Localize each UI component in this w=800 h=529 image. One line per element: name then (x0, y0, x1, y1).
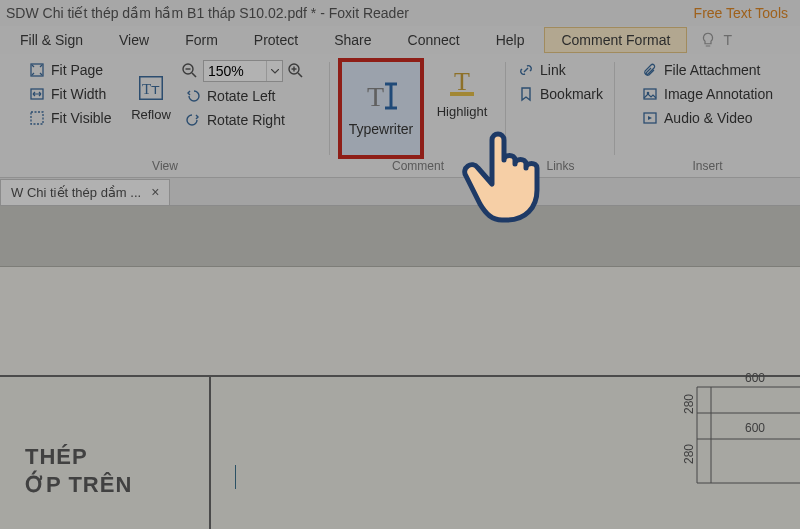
bulb-icon[interactable] (699, 31, 717, 49)
fit-visible-button[interactable]: Fit Visible (25, 108, 121, 128)
fit-page-label: Fit Page (51, 62, 103, 78)
rotate-left-icon (185, 88, 201, 104)
highlight-label: Highlight (437, 104, 488, 119)
group-label-links: Links (547, 159, 575, 177)
chevron-down-icon (271, 69, 279, 74)
menu-view[interactable]: View (103, 28, 165, 52)
dimension-600-b: 600 (745, 421, 765, 435)
ribbon: Fit Page Fit Width Fit Visible Tᴛ Reflow (0, 54, 800, 178)
svg-text:T: T (367, 81, 384, 112)
typewriter-label: Typewriter (349, 121, 414, 143)
svg-text:T: T (454, 67, 470, 96)
rotate-right-icon (185, 112, 201, 128)
rotate-right-label: Rotate Right (207, 112, 285, 128)
audio-video-button[interactable]: Audio & Video (638, 108, 777, 128)
dimension-280-b: 280 (682, 444, 696, 464)
reflow-icon: Tᴛ (136, 73, 166, 103)
link-button[interactable]: Link (514, 60, 607, 80)
drawing-title: THÉP ỚP TRÊN (25, 443, 132, 498)
drawing-title-line2: ỚP TRÊN (25, 471, 132, 499)
link-label: Link (540, 62, 566, 78)
fit-visible-label: Fit Visible (51, 110, 111, 126)
document-area[interactable]: THÉP ỚP TRÊN 600 600 (0, 206, 800, 529)
group-label-insert: Insert (693, 159, 723, 177)
file-attachment-label: File Attachment (664, 62, 761, 78)
svg-line-6 (192, 73, 196, 77)
menu-bar: Fill & Sign View Form Protect Share Conn… (0, 26, 800, 54)
reflow-button[interactable]: Tᴛ Reflow (123, 58, 179, 136)
zoom-input[interactable] (204, 61, 266, 81)
fit-width-button[interactable]: Fit Width (25, 84, 121, 104)
zoom-in-icon[interactable] (287, 62, 305, 80)
drawing-title-line1: THÉP (25, 443, 132, 471)
ribbon-group-links: Link Bookmark Links (506, 54, 615, 177)
text-cursor (235, 465, 236, 489)
svg-rect-18 (644, 89, 656, 99)
pdf-page: THÉP ỚP TRÊN 600 600 (0, 266, 800, 529)
menu-form[interactable]: Form (169, 28, 234, 52)
zoom-combo-caret[interactable] (266, 61, 282, 81)
fit-visible-icon (29, 110, 45, 126)
document-tab-strip: W Chi tiết thép dầm ... × (0, 178, 800, 206)
document-title: SDW Chi tiết thép dầm hầm B1 tháp S10.02… (6, 5, 409, 21)
menu-share[interactable]: Share (318, 28, 387, 52)
typewriter-icon: T (359, 78, 403, 114)
drawing-frame: THÉP ỚP TRÊN 600 600 (0, 375, 800, 529)
svg-line-9 (298, 73, 302, 77)
reflow-label: Reflow (131, 107, 171, 122)
svg-text:Tᴛ: Tᴛ (142, 80, 160, 96)
audio-video-icon (642, 110, 658, 126)
rotate-left-label: Rotate Left (207, 88, 276, 104)
tell-me-hint: T (723, 32, 732, 48)
highlight-icon: T (447, 66, 477, 98)
image-annotation-button[interactable]: Image Annotation (638, 84, 777, 104)
bookmark-button[interactable]: Bookmark (514, 84, 607, 104)
audio-video-label: Audio & Video (664, 110, 752, 126)
svg-rect-2 (31, 112, 43, 124)
link-icon (518, 62, 534, 78)
title-bar: SDW Chi tiết thép dầm hầm B1 tháp S10.02… (0, 0, 800, 26)
rotate-right-button[interactable]: Rotate Right (181, 110, 305, 130)
typewriter-button[interactable]: T Typewriter (338, 58, 424, 159)
zoom-out-icon[interactable] (181, 62, 199, 80)
drawing-divider (209, 377, 211, 529)
ribbon-group-view: Fit Page Fit Width Fit Visible Tᴛ Reflow (0, 54, 330, 177)
menu-fill-sign[interactable]: Fill & Sign (4, 28, 99, 52)
dimension-280-a: 280 (682, 394, 696, 414)
close-tab-button[interactable]: × (151, 184, 159, 200)
fit-page-icon (29, 62, 45, 78)
paperclip-icon (642, 62, 658, 78)
file-attachment-button[interactable]: File Attachment (638, 60, 777, 80)
fit-width-icon (29, 86, 45, 102)
image-annotation-label: Image Annotation (664, 86, 773, 102)
group-label-view: View (152, 159, 178, 177)
image-icon (642, 86, 658, 102)
ribbon-group-comment: T Typewriter T Highlight Comment (330, 54, 506, 177)
bookmark-icon (518, 86, 534, 102)
document-tab[interactable]: W Chi tiết thép dầm ... × (0, 179, 170, 205)
menu-help[interactable]: Help (480, 28, 541, 52)
dimension-600-a: 600 (745, 371, 765, 385)
ribbon-group-insert: File Attachment Image Annotation Audio &… (615, 54, 800, 177)
bookmark-label: Bookmark (540, 86, 603, 102)
rotate-left-button[interactable]: Rotate Left (181, 86, 305, 106)
document-tab-label: W Chi tiết thép dầm ... (11, 185, 141, 200)
menu-connect[interactable]: Connect (392, 28, 476, 52)
fit-width-label: Fit Width (51, 86, 106, 102)
free-text-tools-label: Free Text Tools (694, 5, 794, 21)
group-label-comment: Comment (392, 159, 444, 177)
menu-comment-format[interactable]: Comment Format (544, 27, 687, 53)
svg-rect-17 (450, 92, 474, 96)
fit-page-button[interactable]: Fit Page (25, 60, 121, 80)
menu-protect[interactable]: Protect (238, 28, 314, 52)
zoom-combo[interactable] (203, 60, 283, 82)
highlight-button[interactable]: T Highlight (426, 58, 498, 159)
